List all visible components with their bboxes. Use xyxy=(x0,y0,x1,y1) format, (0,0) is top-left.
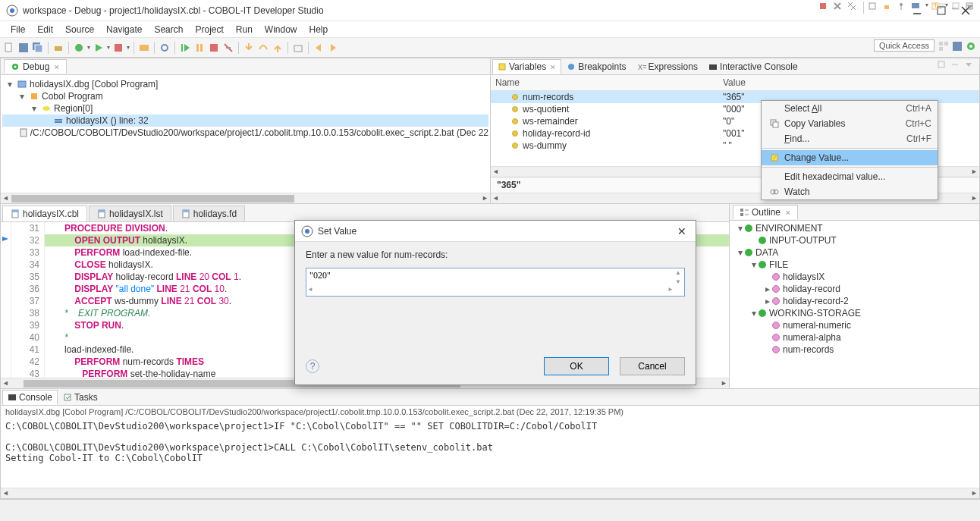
debug-hscroll[interactable]: ◄► xyxy=(1,193,490,203)
tab-expressions[interactable]: x=Expressions xyxy=(632,59,703,74)
nav-back-icon[interactable] xyxy=(313,42,325,54)
dialog-value-input[interactable] xyxy=(309,270,681,281)
outline-item-file[interactable]: ▾FILE xyxy=(731,259,978,271)
console-view: ConsoleTasks ▾ + ▾ holidaysIX.dbg [Cobol… xyxy=(0,389,980,499)
scroll-down-icon[interactable]: ▼ xyxy=(673,278,683,285)
cobol-perspective-icon[interactable] xyxy=(951,40,963,52)
svg-point-85 xyxy=(305,229,309,234)
process-icon xyxy=(17,79,27,89)
debug-program[interactable]: Cobol Program xyxy=(42,91,103,102)
ok-button[interactable]: OK xyxy=(544,357,609,375)
console-tab-tasks[interactable]: Tasks xyxy=(58,390,103,405)
dialog-help-button[interactable]: ? xyxy=(306,359,319,373)
scroll-left-icon[interactable]: ◄ xyxy=(307,286,313,295)
suspend-icon[interactable] xyxy=(193,42,206,54)
svg-rect-9 xyxy=(35,45,42,52)
ext-tools-icon[interactable] xyxy=(112,42,124,54)
save-all-icon[interactable] xyxy=(32,42,44,54)
vars-col-value[interactable]: Value xyxy=(718,75,979,90)
build-icon[interactable] xyxy=(52,42,64,54)
variable-icon xyxy=(512,130,518,137)
vars-collapse-icon[interactable] xyxy=(950,60,963,72)
menu-project[interactable]: Project xyxy=(189,23,229,36)
open-type-icon[interactable] xyxy=(138,42,150,54)
outline-item-holiday-record-2[interactable]: ▸holiday-record-2 xyxy=(731,295,978,307)
console-scroll-lock-icon[interactable] xyxy=(882,2,894,14)
debug-tab[interactable]: Debug ⨯ xyxy=(4,59,67,74)
menu-file[interactable]: File xyxy=(5,23,31,36)
drop-frame-icon[interactable] xyxy=(292,42,304,54)
outline-item-data[interactable]: ▾DATA xyxy=(731,246,978,259)
outline-item-numeral-numeric[interactable]: numeral-numeric xyxy=(731,319,978,331)
console-open-icon[interactable]: + xyxy=(931,2,943,14)
tab-breakpoints[interactable]: Breakpoints xyxy=(561,59,631,74)
file-icon xyxy=(11,209,20,218)
editor-tab-holidaysIX-lst[interactable]: holidaysIX.lst xyxy=(89,206,171,221)
outline-item-input-output[interactable]: INPUT-OUTPUT xyxy=(731,234,978,246)
console-min-icon[interactable] xyxy=(950,2,963,14)
vars-show-type-icon[interactable] xyxy=(937,60,949,72)
debug-tree[interactable]: ▾holidaysIX.dbg [Cobol Program] ▾Cobol P… xyxy=(1,75,490,193)
debug-perspective-icon[interactable] xyxy=(965,40,977,52)
disconnect-icon[interactable] xyxy=(222,42,234,54)
ctx-edit-hexadecimal-value[interactable]: Edit hexadecimal value... xyxy=(762,169,938,184)
console-display-icon[interactable] xyxy=(911,2,923,14)
ctx-watch[interactable]: Watch xyxy=(762,184,938,199)
nav-forward-icon[interactable] xyxy=(327,42,339,54)
menu-search[interactable]: Search xyxy=(148,23,189,36)
editor-tab-holidaysIX-cbl[interactable]: holidaysIX.cbl xyxy=(2,206,87,221)
console-hscroll[interactable]: ◄► xyxy=(1,488,979,498)
dialog-close-button[interactable]: ✕ xyxy=(674,225,689,237)
editor-tab-holidays-fd[interactable]: holidays.fd xyxy=(173,206,245,221)
outline-item-environment[interactable]: ▾ENVIRONMENT xyxy=(731,222,978,234)
save-icon[interactable] xyxy=(17,42,30,54)
scroll-right-icon[interactable]: ► xyxy=(667,286,674,295)
quick-access-input[interactable]: Quick Access xyxy=(874,39,934,52)
menu-window[interactable]: Window xyxy=(259,23,303,36)
debug-script[interactable]: /C:/COBOL/COBOLIT/DevStudio200/workspace… xyxy=(30,127,488,138)
debug-region[interactable]: Region[0] xyxy=(54,103,93,114)
debug-icon[interactable] xyxy=(73,42,85,54)
console-remove-icon[interactable] xyxy=(833,2,845,14)
outline-item-numeral-alpha[interactable]: numeral-alpha xyxy=(731,331,978,344)
tab-interactive-console[interactable]: Interactive Console xyxy=(703,59,803,74)
resume-icon[interactable] xyxy=(179,42,191,54)
outline-item-holiday-record[interactable]: ▸holiday-record xyxy=(731,283,978,295)
open-perspective-icon[interactable] xyxy=(938,40,950,52)
step-return-icon[interactable] xyxy=(272,42,284,54)
console-title-line: holidaysIX.dbg [Cobol Program] /C:/COBOL… xyxy=(1,406,979,418)
outline-item-holidaysix[interactable]: holidaysIX xyxy=(731,271,978,283)
outline-item-working-storage[interactable]: ▾WORKING-STORAGE xyxy=(731,307,978,319)
menu-navigate[interactable]: Navigate xyxy=(100,23,148,36)
step-into-icon[interactable] xyxy=(243,42,255,54)
vars-col-name[interactable]: Name xyxy=(491,75,718,90)
skip-breakpoints-icon[interactable] xyxy=(159,42,171,54)
menu-source[interactable]: Source xyxy=(59,23,100,36)
console-clear-icon[interactable] xyxy=(868,2,880,14)
outline-item-num-records[interactable]: num-records xyxy=(731,344,978,356)
tab-variables[interactable]: Variables⨯ xyxy=(492,59,561,74)
terminate-icon[interactable] xyxy=(208,42,220,54)
console-pin-icon[interactable] xyxy=(897,2,909,14)
console-tab-console[interactable]: Console xyxy=(2,390,58,405)
scroll-up-icon[interactable]: ▲ xyxy=(673,269,683,276)
console-max-icon[interactable] xyxy=(965,2,977,14)
run-icon[interactable] xyxy=(93,42,105,54)
cancel-button[interactable]: Cancel xyxy=(620,357,685,375)
ctx-change-value[interactable]: Change Value... xyxy=(762,150,938,165)
ctx-copy-variables[interactable]: Copy VariablesCtrl+C xyxy=(762,116,938,131)
debug-frame[interactable]: holidaysIX () line: 32 xyxy=(66,115,149,126)
outline-tab[interactable]: Outline ⨯ xyxy=(733,205,798,219)
ctx-find[interactable]: Find...Ctrl+F xyxy=(762,131,938,146)
ctx-select-all[interactable]: Select AllCtrl+A xyxy=(762,101,938,116)
menu-run[interactable]: Run xyxy=(230,23,259,36)
console-output[interactable]: C:\COBOL\COBOLIT\DevStudio200\workspace\… xyxy=(1,418,979,488)
debug-process[interactable]: holidaysIX.dbg [Cobol Program] xyxy=(30,79,158,89)
console-removeall-icon[interactable] xyxy=(847,2,859,14)
menu-edit[interactable]: Edit xyxy=(31,23,59,36)
console-terminate-icon[interactable] xyxy=(818,2,831,14)
new-icon[interactable] xyxy=(3,42,15,54)
step-over-icon[interactable] xyxy=(257,42,269,54)
vars-menu-icon[interactable] xyxy=(964,60,976,72)
menu-help[interactable]: Help xyxy=(303,23,335,36)
